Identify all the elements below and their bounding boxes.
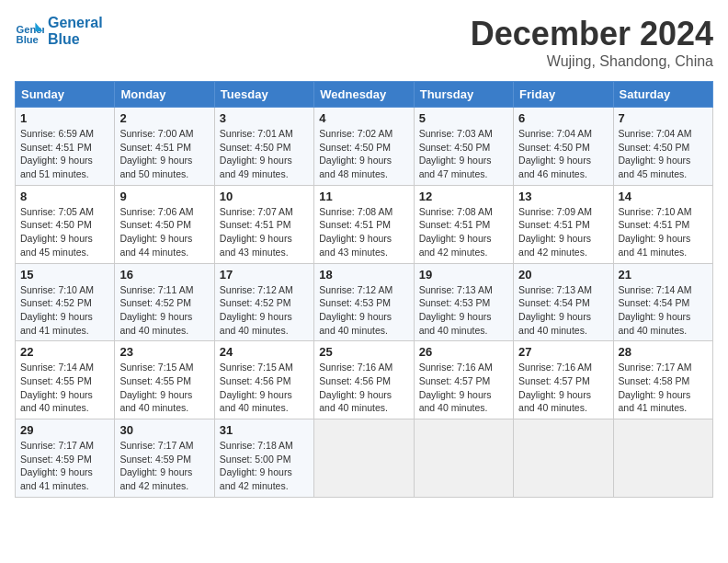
calendar-cell: 12Sunrise: 7:08 AMSunset: 4:51 PMDayligh… — [414, 185, 513, 263]
day-number: 25 — [319, 345, 408, 359]
day-info: Sunrise: 7:08 AMSunset: 4:51 PMDaylight:… — [319, 205, 408, 259]
calendar-cell: 3Sunrise: 7:01 AMSunset: 4:50 PMDaylight… — [214, 108, 313, 186]
calendar-cell: 8Sunrise: 7:05 AMSunset: 4:50 PMDaylight… — [16, 185, 115, 263]
day-info: Sunrise: 7:10 AMSunset: 4:51 PMDaylight:… — [619, 205, 708, 259]
day-number: 8 — [20, 190, 109, 203]
calendar-day-header: Thursday — [414, 82, 513, 108]
day-info: Sunrise: 7:15 AMSunset: 4:55 PMDaylight:… — [119, 361, 209, 415]
day-info: Sunrise: 7:17 AMSunset: 4:58 PMDaylight:… — [619, 361, 708, 415]
day-info: Sunrise: 7:04 AMSunset: 4:50 PMDaylight:… — [518, 127, 608, 181]
calendar-cell: 9Sunrise: 7:06 AMSunset: 4:50 PMDaylight… — [115, 185, 214, 263]
day-number: 13 — [518, 190, 608, 203]
calendar-cell: 1Sunrise: 6:59 AMSunset: 4:51 PMDaylight… — [16, 108, 115, 186]
calendar-cell: 16Sunrise: 7:11 AMSunset: 4:52 PMDayligh… — [115, 263, 214, 341]
calendar-cell: 11Sunrise: 7:08 AMSunset: 4:51 PMDayligh… — [314, 185, 414, 263]
day-number: 3 — [220, 111, 309, 125]
day-number: 15 — [20, 268, 109, 282]
calendar-cell: 31Sunrise: 7:18 AMSunset: 5:00 PMDayligh… — [214, 419, 313, 498]
calendar-cell: 28Sunrise: 7:17 AMSunset: 4:58 PMDayligh… — [613, 341, 712, 419]
title-area: December 2024 Wujing, Shandong, China — [471, 15, 713, 70]
calendar-week-row: 22Sunrise: 7:14 AMSunset: 4:55 PMDayligh… — [16, 341, 713, 419]
day-number: 19 — [419, 268, 508, 282]
location: Wujing, Shandong, China — [471, 53, 713, 70]
day-info: Sunrise: 7:11 AMSunset: 4:52 PMDaylight:… — [119, 283, 209, 338]
day-number: 7 — [619, 111, 708, 125]
calendar-header-row: SundayMondayTuesdayWednesdayThursdayFrid… — [16, 82, 713, 108]
day-info: Sunrise: 7:01 AMSunset: 4:50 PMDaylight:… — [220, 127, 309, 181]
day-number: 18 — [319, 268, 408, 282]
calendar-cell: 14Sunrise: 7:10 AMSunset: 4:51 PMDayligh… — [613, 185, 712, 263]
calendar-day-header: Sunday — [16, 82, 115, 108]
day-info: Sunrise: 7:04 AMSunset: 4:50 PMDaylight:… — [619, 127, 708, 181]
day-info: Sunrise: 7:06 AMSunset: 4:50 PMDaylight:… — [119, 205, 209, 259]
day-number: 27 — [518, 345, 608, 359]
calendar-cell: 20Sunrise: 7:13 AMSunset: 4:54 PMDayligh… — [514, 263, 613, 341]
day-info: Sunrise: 7:13 AMSunset: 4:54 PMDaylight:… — [518, 283, 608, 338]
calendar-cell — [414, 419, 513, 498]
calendar-day-header: Wednesday — [314, 82, 414, 108]
day-info: Sunrise: 7:16 AMSunset: 4:57 PMDaylight:… — [518, 361, 608, 415]
calendar-table: SundayMondayTuesdayWednesdayThursdayFrid… — [15, 81, 713, 498]
day-number: 6 — [518, 111, 608, 125]
day-info: Sunrise: 7:00 AMSunset: 4:51 PMDaylight:… — [119, 127, 209, 181]
calendar-cell: 21Sunrise: 7:14 AMSunset: 4:54 PMDayligh… — [613, 263, 712, 341]
calendar-day-header: Friday — [514, 82, 613, 108]
day-number: 29 — [20, 423, 109, 437]
day-info: Sunrise: 7:15 AMSunset: 4:56 PMDaylight:… — [220, 361, 309, 415]
day-info: Sunrise: 7:03 AMSunset: 4:50 PMDaylight:… — [419, 127, 508, 181]
logo-line2: Blue — [48, 31, 103, 48]
day-number: 17 — [220, 268, 309, 282]
calendar-day-header: Monday — [115, 82, 214, 108]
calendar-cell — [314, 419, 414, 498]
day-number: 23 — [119, 345, 209, 359]
day-number: 11 — [319, 190, 408, 203]
day-info: Sunrise: 7:17 AMSunset: 4:59 PMDaylight:… — [20, 439, 109, 493]
day-number: 16 — [119, 268, 209, 282]
day-number: 26 — [419, 345, 508, 359]
calendar-cell: 15Sunrise: 7:10 AMSunset: 4:52 PMDayligh… — [16, 263, 115, 341]
calendar-cell: 27Sunrise: 7:16 AMSunset: 4:57 PMDayligh… — [514, 341, 613, 419]
page-header: General Blue General Blue December 2024 … — [15, 15, 713, 70]
day-info: Sunrise: 7:14 AMSunset: 4:55 PMDaylight:… — [20, 361, 109, 415]
calendar-cell: 29Sunrise: 7:17 AMSunset: 4:59 PMDayligh… — [16, 419, 115, 498]
day-number: 22 — [20, 345, 109, 359]
calendar-cell: 18Sunrise: 7:12 AMSunset: 4:53 PMDayligh… — [314, 263, 414, 341]
calendar-cell: 19Sunrise: 7:13 AMSunset: 4:53 PMDayligh… — [414, 263, 513, 341]
day-number: 21 — [619, 268, 708, 282]
calendar-cell: 30Sunrise: 7:17 AMSunset: 4:59 PMDayligh… — [115, 419, 214, 498]
calendar-cell: 2Sunrise: 7:00 AMSunset: 4:51 PMDaylight… — [115, 108, 214, 186]
calendar-cell: 10Sunrise: 7:07 AMSunset: 4:51 PMDayligh… — [214, 185, 313, 263]
calendar-cell: 4Sunrise: 7:02 AMSunset: 4:50 PMDaylight… — [314, 108, 414, 186]
day-info: Sunrise: 7:13 AMSunset: 4:53 PMDaylight:… — [419, 283, 508, 338]
day-info: Sunrise: 7:14 AMSunset: 4:54 PMDaylight:… — [619, 283, 708, 338]
day-number: 20 — [518, 268, 608, 282]
svg-text:Blue: Blue — [17, 34, 39, 45]
calendar-week-row: 15Sunrise: 7:10 AMSunset: 4:52 PMDayligh… — [16, 263, 713, 341]
calendar-cell: 17Sunrise: 7:12 AMSunset: 4:52 PMDayligh… — [214, 263, 313, 341]
day-number: 24 — [220, 345, 309, 359]
calendar-cell: 26Sunrise: 7:16 AMSunset: 4:57 PMDayligh… — [414, 341, 513, 419]
calendar-day-header: Tuesday — [214, 82, 313, 108]
day-info: Sunrise: 7:12 AMSunset: 4:52 PMDaylight:… — [220, 283, 309, 338]
day-number: 28 — [619, 345, 708, 359]
day-number: 1 — [20, 111, 109, 125]
day-number: 30 — [119, 423, 209, 437]
calendar-cell: 6Sunrise: 7:04 AMSunset: 4:50 PMDaylight… — [514, 108, 613, 186]
day-info: Sunrise: 7:07 AMSunset: 4:51 PMDaylight:… — [220, 205, 309, 259]
month-title: December 2024 — [471, 15, 713, 53]
day-number: 10 — [220, 190, 309, 203]
day-number: 2 — [119, 111, 209, 125]
logo-icon: General Blue — [15, 17, 44, 46]
calendar-cell: 22Sunrise: 7:14 AMSunset: 4:55 PMDayligh… — [16, 341, 115, 419]
day-info: Sunrise: 7:16 AMSunset: 4:56 PMDaylight:… — [319, 361, 408, 415]
logo-line1: General — [48, 15, 103, 31]
calendar-week-row: 29Sunrise: 7:17 AMSunset: 4:59 PMDayligh… — [16, 419, 713, 498]
calendar-cell: 13Sunrise: 7:09 AMSunset: 4:51 PMDayligh… — [514, 185, 613, 263]
calendar-cell — [613, 419, 712, 498]
calendar-day-header: Saturday — [613, 82, 712, 108]
calendar-cell — [514, 419, 613, 498]
day-info: Sunrise: 7:17 AMSunset: 4:59 PMDaylight:… — [119, 439, 209, 493]
calendar-cell: 25Sunrise: 7:16 AMSunset: 4:56 PMDayligh… — [314, 341, 414, 419]
day-info: Sunrise: 7:18 AMSunset: 5:00 PMDaylight:… — [220, 439, 309, 493]
calendar-week-row: 8Sunrise: 7:05 AMSunset: 4:50 PMDaylight… — [16, 185, 713, 263]
